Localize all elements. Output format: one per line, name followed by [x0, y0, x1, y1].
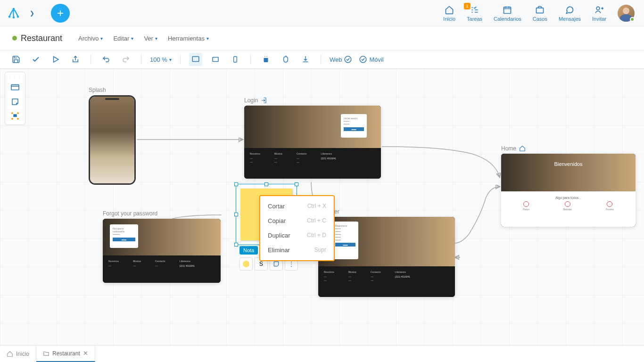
menu-herramientas[interactable]: Herramientas▾ — [168, 35, 209, 42]
redo-button[interactable] — [119, 53, 132, 66]
palette-flow-button[interactable] — [8, 110, 22, 122]
save-button[interactable] — [9, 53, 23, 66]
svg-point-3 — [13, 8, 15, 10]
toggle-web[interactable]: Web — [330, 55, 353, 64]
tool-palette: ⋮⋮⋮ — [5, 72, 25, 125]
apple-button[interactable] — [279, 53, 292, 66]
add-button[interactable]: + — [51, 4, 70, 23]
device-desktop-button[interactable] — [189, 53, 202, 66]
home-icon — [444, 5, 454, 15]
svg-point-11 — [266, 56, 267, 57]
nav-calendarios[interactable]: Calendarios — [494, 5, 521, 22]
screen-home[interactable]: Home Algo para todos... Platos Bebidas P… — [501, 145, 636, 227]
chat-icon — [564, 5, 575, 15]
close-tab-icon[interactable]: ✕ — [83, 350, 88, 357]
export-button[interactable] — [69, 53, 82, 66]
svg-rect-5 — [537, 8, 544, 13]
ctx-duplicar[interactable]: DuplicarCtrl + D — [260, 228, 334, 243]
download-button[interactable] — [299, 53, 312, 66]
ctx-copiar[interactable]: CopiarCtrl + C — [260, 214, 334, 228]
svg-rect-14 — [11, 85, 19, 90]
palette-grip[interactable]: ⋮⋮⋮ — [8, 75, 22, 79]
nav-casos[interactable]: Casos — [533, 5, 547, 22]
tasks-badge: 1 — [464, 3, 471, 9]
nav-tareas[interactable]: 1 Tareas — [467, 5, 482, 22]
svg-rect-8 — [213, 58, 218, 62]
palette-screen-button[interactable] — [8, 82, 22, 93]
top-navigation: Inicio 1 Tareas Calendarios Casos Mensaj… — [443, 5, 639, 22]
screen-splash[interactable]: Splash — [89, 87, 136, 185]
screen-login[interactable]: Login Iniciar sesión━━━━━━━━▬▬ Nosotros━… — [244, 97, 381, 179]
palette-note-button[interactable] — [8, 96, 22, 107]
invite-icon — [594, 5, 604, 15]
play-button[interactable] — [49, 53, 62, 66]
user-avatar[interactable] — [618, 5, 635, 22]
zoom-dropdown[interactable]: 100 %▾ — [150, 56, 172, 63]
menu-editar[interactable]: Editar▾ — [113, 35, 133, 42]
top-bar: ❯ + Inicio 1 Tareas Calendarios Casos Me… — [0, 0, 644, 26]
briefcase-icon — [535, 5, 545, 15]
note-color-button[interactable] — [239, 257, 253, 271]
svg-point-2 — [13, 16, 15, 18]
svg-point-19 — [17, 118, 18, 119]
tasks-icon — [470, 5, 480, 15]
device-tablet-button[interactable] — [209, 53, 222, 66]
screen-register[interactable]: er Registrarse━━━━━━━━━━━━━━━━━━━━▬▬ Nos… — [318, 208, 455, 297]
svg-point-16 — [12, 113, 13, 114]
svg-point-17 — [17, 113, 18, 114]
ctx-eliminar[interactable]: EliminarSupr — [260, 243, 334, 257]
check-button[interactable] — [29, 53, 42, 66]
context-menu: CortarCtrl + X CopiarCtrl + C DuplicarCt… — [259, 195, 335, 261]
app-logo — [5, 4, 23, 22]
menu-archivo[interactable]: Archivo▾ — [78, 35, 103, 42]
bottom-tabs: Inicio Restaurant ✕ — [0, 345, 644, 362]
toolbar: 100 %▾ Web Móvil — [0, 50, 644, 69]
home-icon — [519, 145, 526, 152]
undo-button[interactable] — [99, 53, 113, 66]
tab-inicio[interactable]: Inicio — [0, 346, 36, 362]
svg-point-6 — [596, 7, 600, 10]
svg-point-0 — [8, 16, 11, 18]
svg-point-10 — [264, 56, 265, 57]
nav-mensajes[interactable]: Mensajes — [559, 5, 581, 22]
menu-ver[interactable]: Ver▾ — [144, 35, 157, 42]
nav-inicio[interactable]: Inicio — [443, 5, 455, 22]
svg-point-13 — [360, 56, 367, 63]
project-title: Restaurant — [12, 33, 62, 43]
svg-point-18 — [12, 118, 13, 119]
login-icon — [261, 97, 267, 104]
title-bar: Restaurant Archivo▾ Editar▾ Ver▾ Herrami… — [0, 26, 644, 50]
note-label: Nota — [239, 246, 258, 255]
device-mobile-button[interactable] — [229, 53, 242, 66]
toggle-movil[interactable]: Móvil — [359, 55, 383, 64]
nav-invitar[interactable]: Invitar — [592, 5, 606, 22]
ctx-cortar[interactable]: CortarCtrl + X — [260, 199, 334, 214]
calendar-icon — [502, 5, 512, 15]
svg-point-12 — [345, 56, 352, 63]
android-button[interactable] — [259, 53, 272, 66]
tab-restaurant[interactable]: Restaurant ✕ — [36, 346, 95, 362]
folder-icon — [43, 350, 50, 357]
svg-rect-7 — [192, 57, 199, 62]
canvas[interactable]: ⋮⋮⋮ Splash Login Iniciar sesión━━━━━━━━▬… — [0, 69, 644, 345]
svg-point-1 — [17, 16, 19, 18]
sidebar-expand-icon[interactable]: ❯ — [26, 8, 38, 19]
status-dot — [12, 36, 17, 41]
svg-rect-9 — [234, 57, 237, 62]
home-icon — [7, 351, 13, 357]
screen-forgot[interactable]: Forgot your password Recuperar contraseñ… — [103, 210, 221, 283]
svg-rect-4 — [504, 7, 511, 13]
svg-rect-15 — [14, 115, 17, 117]
